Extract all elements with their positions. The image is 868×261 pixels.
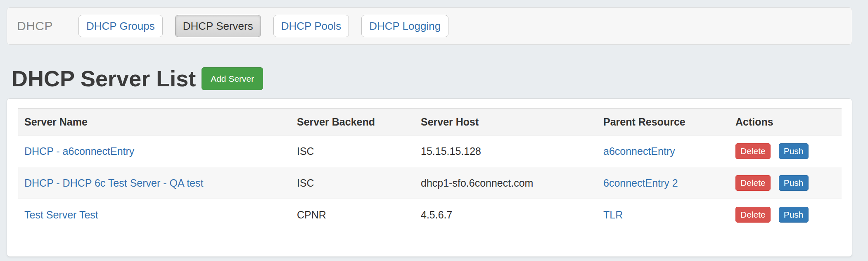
col-header-server-name: Server Name (18, 109, 291, 135)
server-name-link[interactable]: DHCP - DHCP 6c Test Server - QA test (24, 177, 203, 189)
server-backend-cell: ISC (291, 167, 415, 199)
col-header-server-backend: Server Backend (291, 109, 415, 135)
push-button[interactable]: Push (779, 175, 809, 191)
col-header-parent-resource: Parent Resource (597, 109, 729, 135)
server-host-cell: 15.15.15.128 (415, 135, 597, 167)
server-table: Server Name Server Backend Server Host P… (18, 108, 842, 230)
delete-button[interactable]: Delete (735, 175, 771, 191)
delete-button[interactable]: Delete (735, 207, 771, 223)
dhcp-tab-group: DHCP Groups DHCP Servers DHCP Pools DHCP… (78, 15, 448, 37)
page-container: DHCP DHCP Groups DHCP Servers DHCP Pools… (7, 7, 852, 257)
dhcp-toolbar: DHCP DHCP Groups DHCP Servers DHCP Pools… (7, 7, 852, 45)
tab-dhcp-servers[interactable]: DHCP Servers (175, 15, 261, 37)
table-row: DHCP - DHCP 6c Test Server - QA test ISC… (18, 167, 842, 199)
server-backend-cell: ISC (291, 135, 415, 167)
server-host-cell: 4.5.6.7 (415, 199, 597, 231)
add-server-button[interactable]: Add Server (202, 67, 263, 90)
table-row: Test Server Test CPNR 4.5.6.7 TLR Delete… (18, 199, 842, 231)
push-button[interactable]: Push (779, 207, 809, 223)
parent-resource-link[interactable]: TLR (603, 209, 623, 221)
server-list-card: Server Name Server Backend Server Host P… (7, 98, 852, 257)
table-header-row: Server Name Server Backend Server Host P… (18, 109, 842, 135)
parent-resource-link[interactable]: a6connectEntry (603, 145, 675, 157)
tab-dhcp-pools[interactable]: DHCP Pools (273, 15, 349, 37)
server-backend-cell: CPNR (291, 199, 415, 231)
page-title: DHCP Server List (12, 66, 196, 91)
server-name-link[interactable]: Test Server Test (24, 209, 98, 221)
col-header-actions: Actions (729, 109, 842, 135)
tab-dhcp-logging[interactable]: DHCP Logging (361, 15, 448, 37)
server-name-link[interactable]: DHCP - a6connectEntry (24, 145, 134, 157)
section-title: DHCP (17, 19, 53, 33)
push-button[interactable]: Push (779, 143, 809, 159)
parent-resource-link[interactable]: 6connectEntry 2 (603, 177, 678, 189)
page-heading: DHCP Server List Add Server (7, 66, 852, 91)
tab-dhcp-groups[interactable]: DHCP Groups (78, 15, 163, 37)
table-row: DHCP - a6connectEntry ISC 15.15.15.128 a… (18, 135, 842, 167)
delete-button[interactable]: Delete (735, 143, 771, 159)
server-host-cell: dhcp1-sfo.6connect.com (415, 167, 597, 199)
col-header-server-host: Server Host (415, 109, 597, 135)
